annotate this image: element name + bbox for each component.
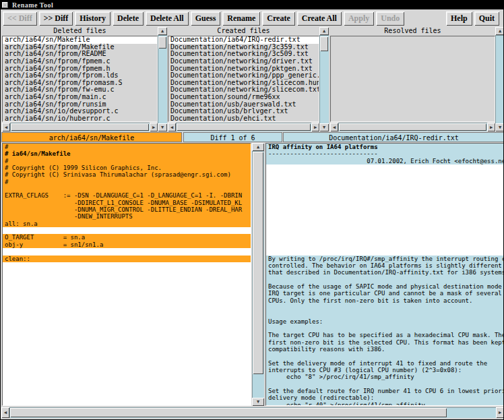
diff-line	[266, 192, 504, 199]
diff-line: Set the default route for IRQ number 41 …	[266, 388, 504, 394]
diff-line	[266, 234, 504, 241]
diff-line: first non-zero bit is the selected CPU. …	[266, 339, 504, 346]
toolbar-button-delete-all[interactable]: Delete All	[146, 11, 189, 26]
scroll-up-icon[interactable]: ▲	[319, 27, 329, 35]
diff-line: delivery mode (redirectable):	[266, 394, 504, 401]
created-files-vscroll-trough[interactable]	[319, 35, 329, 123]
toolbar-button-help[interactable]: Help	[446, 11, 472, 26]
scroll-down-icon[interactable]: ▼	[495, 123, 504, 131]
main-hscroll-trough[interactable]	[9, 407, 496, 418]
main-hscroll-thumb[interactable]	[10, 408, 447, 417]
created-files-title: Created files	[168, 27, 319, 35]
toolbar-button-create[interactable]: Create	[262, 11, 294, 26]
scroll-left-icon[interactable]: ◀	[168, 123, 176, 131]
diff-line: O_TARGET = sn.a	[3, 234, 251, 241]
diff-line: Because of the usage of SAPIC mode and p…	[266, 283, 504, 290]
deleted-file-pane[interactable]: ## ia64/sn/Makefile## Copyright (C) 1999…	[2, 143, 251, 406]
diff-line: that described in Documentation/IRQ-affi…	[266, 269, 504, 276]
list-item[interactable]: arch/ia64/sn/fprom/fpmem.c	[3, 58, 157, 65]
diff-line	[266, 185, 504, 192]
created-files-hscrollbar[interactable]: ◀ ▶	[168, 123, 319, 131]
deleted-files-list[interactable]: arch/ia64/sn/Makefilearch/ia64/sn/fprom/…	[2, 36, 158, 122]
diff-line	[266, 206, 504, 213]
diff-line	[266, 227, 504, 234]
created-files-list[interactable]: Documentation/ia64/IRQ-redir.txtDocument…	[168, 36, 319, 122]
scroll-up-icon[interactable]: ▲	[495, 27, 504, 35]
created-files-vscrollbar[interactable]: ▲ ▼	[319, 27, 329, 131]
created-files-hscroll-trough[interactable]	[176, 123, 311, 131]
scroll-right-icon[interactable]: ▶	[487, 123, 495, 131]
diff-line	[266, 241, 504, 248]
list-item[interactable]: arch/ia64/sn/io/huberror.c	[3, 115, 157, 122]
scroll-down-icon[interactable]: ▼	[252, 398, 264, 406]
diff-line: echo "8" >/proc/irq/41/smp_affinity	[266, 373, 504, 380]
deleted-files-hscroll-trough[interactable]	[10, 123, 150, 131]
resolved-files-hscroll-thumb[interactable]	[339, 123, 486, 131]
diff-vscroll-thumb[interactable]	[253, 152, 263, 374]
diff-line: -DDIRECT_L1_CONSOLE -DNUMA_BASE -DSIMULA…	[3, 200, 251, 206]
created-files-hscroll-thumb[interactable]	[177, 123, 311, 131]
toolbar-button-diff: << Diff	[3, 11, 37, 26]
scroll-down-icon[interactable]: ▼	[319, 123, 329, 131]
scroll-up-icon[interactable]: ▲	[158, 27, 167, 35]
scroll-left-icon[interactable]: ◀	[2, 123, 10, 131]
created-files-vscroll-thumb[interactable]	[320, 36, 328, 51]
scroll-left-icon[interactable]: ◀	[1, 407, 9, 418]
diff-line	[266, 179, 504, 185]
diff-line: all: sn.a	[3, 220, 251, 227]
diff-line	[266, 213, 504, 220]
scroll-down-icon[interactable]: ▼	[158, 123, 167, 131]
diff-line: CPUs. Only the first non-zero bit is tak…	[266, 297, 504, 304]
scroll-left-icon[interactable]: ◀	[330, 123, 338, 131]
toolbar-button-delete[interactable]: Delete	[113, 11, 144, 26]
deleted-files-hscrollbar[interactable]: ◀ ▶	[2, 123, 158, 131]
diff-line: 07.01.2002, Erich Focht <efocht@ess.ne	[266, 158, 504, 164]
diff-line: The target CPU has to be specified as a …	[266, 332, 504, 338]
resolved-files-list[interactable]	[330, 36, 495, 122]
main-hscrollbar[interactable]: ◀ ▶	[1, 407, 504, 418]
scroll-right-icon[interactable]: ▶	[150, 123, 158, 131]
diff-line	[266, 171, 504, 178]
deleted-files-vscroll-trough[interactable]	[158, 35, 167, 123]
scroll-up-icon[interactable]: ▲	[252, 143, 264, 151]
window-title: Rename Tool	[12, 1, 53, 9]
diff-line: -DNUMA_MIGR_CONTROL -DLITTLE_ENDIAN -DRE…	[3, 206, 251, 213]
diff-line: ------------------------------	[266, 150, 504, 157]
diff-line	[3, 227, 251, 234]
toolbar-button-diff[interactable]: >> Diff	[39, 11, 73, 26]
diff-line	[266, 304, 504, 311]
deleted-files-vscrollbar[interactable]: ▲ ▼	[158, 27, 167, 131]
scroll-right-icon[interactable]: ▶	[311, 123, 319, 131]
deleted-files-hscroll-thumb[interactable]	[11, 123, 149, 131]
window-menu-icon[interactable]: -	[2, 2, 8, 8]
diff-line: compatibility reasons with i386.	[266, 346, 504, 353]
resolved-files-hscrollbar[interactable]: ◀ ▶	[330, 123, 495, 131]
toolbar-button-guess[interactable]: Guess	[191, 11, 221, 26]
deleted-files-vscroll-thumb[interactable]	[158, 36, 166, 49]
toolbar-button-rename[interactable]: Rename	[222, 11, 260, 26]
diff-line: interrupts to CPU #3 (logical CPU number…	[266, 367, 504, 373]
diff-line	[266, 381, 504, 388]
diff-line: # ia64/sn/Makefile	[3, 150, 251, 157]
deleted-files-title: Deleted files	[2, 27, 158, 35]
diff-line: #	[3, 144, 251, 150]
created-file-pane[interactable]: IRQ affinity on IA64 platforms----------…	[265, 143, 504, 406]
diff-line: #	[3, 158, 251, 164]
toolbar-button-quit[interactable]: Quit	[474, 11, 499, 26]
toolbar-button-history[interactable]: History	[75, 11, 111, 26]
diff-line: controlled. The behavior on IA64 platfor…	[266, 262, 504, 269]
title-bar: - Rename Tool	[1, 1, 503, 9]
toolbar: << Diff>> DiffHistoryDeleteDelete AllGue…	[1, 9, 503, 28]
resolved-files-vscrollbar[interactable]: ▲ ▼	[495, 27, 504, 131]
resolved-files-vscroll-trough[interactable]	[495, 35, 504, 123]
resolved-files-hscroll-trough[interactable]	[338, 123, 487, 131]
diff-vscrollbar[interactable]: ▲ ▼	[252, 143, 264, 406]
scroll-right-icon[interactable]: ▶	[496, 407, 504, 418]
toolbar-button-create-all[interactable]: Create All	[297, 11, 342, 26]
diff-vscroll-trough[interactable]	[252, 151, 264, 398]
toolbar-button-undo: Undo	[376, 11, 404, 26]
list-item[interactable]: Documentation/networking/driver.txt	[168, 58, 319, 65]
list-item[interactable]: Documentation/usb/ehci.txt	[168, 115, 319, 122]
diff-line: echo "r 40" >/proc/irq/41/smp_affinity	[266, 402, 504, 406]
resolved-files-title: Resolved files	[330, 27, 495, 35]
